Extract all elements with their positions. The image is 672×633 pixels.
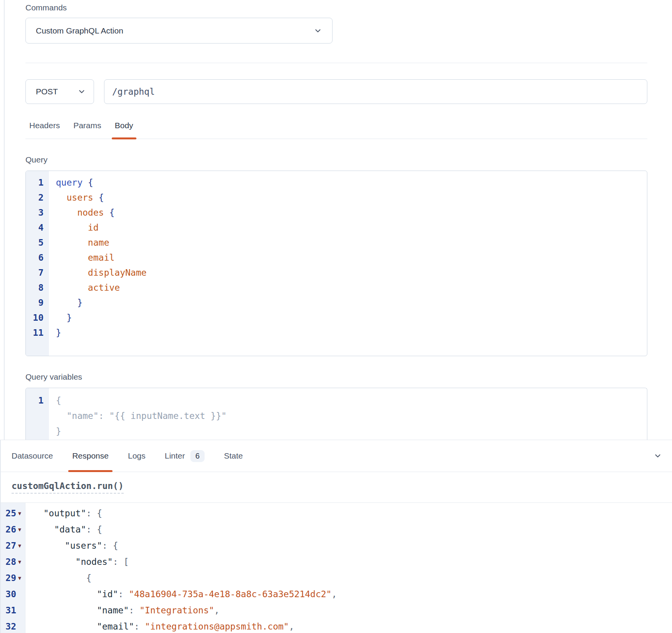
code-text: "users": {	[25, 541, 118, 551]
code-text: active	[49, 283, 120, 293]
fold-triangle-icon[interactable]: ▾	[16, 510, 23, 516]
code-text: query {	[49, 178, 93, 188]
code-line[interactable]: 3 nodes {	[26, 205, 647, 220]
tab-state[interactable]: State	[220, 440, 247, 472]
tab-label: State	[224, 451, 243, 461]
query-variables-editor[interactable]: 1{ "name": "{{ inputName.text }}"}	[25, 388, 647, 440]
code-text: id	[49, 223, 99, 233]
url-value: /graphql	[112, 87, 155, 97]
http-method-value: POST	[36, 87, 58, 96]
response-panel-tabs: Datasource Response Logs Linter 6 State	[1, 440, 672, 472]
code-text: "nodes": [	[25, 557, 129, 567]
tab-label: Datasource	[12, 451, 53, 461]
http-method-select[interactable]: POST	[25, 79, 94, 104]
code-text: "name": "Integrations",	[25, 605, 220, 615]
tab-body[interactable]: Body	[111, 116, 137, 139]
code-text: {	[49, 395, 61, 405]
code-text: }	[49, 328, 61, 338]
code-text: "output": {	[25, 508, 102, 518]
code-line[interactable]: 25▾ "output": {	[1, 505, 672, 521]
request-row: POST /graphql	[25, 79, 647, 104]
code-text: "name": "{{ inputName.text }}"	[49, 411, 227, 421]
line-number: 2	[26, 193, 49, 203]
chevron-down-icon	[77, 87, 86, 96]
line-number: 3	[26, 208, 49, 218]
code-line[interactable]: 11}	[26, 325, 647, 340]
code-line[interactable]: 1{	[26, 393, 647, 408]
line-number: 29▾	[1, 573, 25, 583]
graphql-query-editor[interactable]: 1query {2 users {3 nodes {4 id5 name6 em…	[25, 171, 647, 356]
tab-label: Linter	[165, 451, 185, 461]
query-variables-label: Query variables	[25, 372, 647, 382]
code-text: users {	[49, 193, 104, 203]
line-number: 31	[1, 605, 25, 615]
run-expression-row: customGqlAction.run()	[1, 472, 672, 503]
code-line[interactable]: "name": "{{ inputName.text }}"	[26, 408, 647, 424]
code-text: email	[49, 253, 114, 263]
code-text: }	[49, 426, 61, 436]
tab-datasource[interactable]: Datasource	[8, 440, 57, 472]
code-line[interactable]: 5 name	[26, 235, 647, 250]
response-json-viewer[interactable]: 25▾ "output": {26▾ "data": {27▾ "users":…	[1, 503, 672, 633]
tab-logs[interactable]: Logs	[124, 440, 150, 472]
code-line[interactable]: 8 active	[26, 280, 647, 295]
code-line[interactable]: 6 email	[26, 250, 647, 265]
tab-headers[interactable]: Headers	[25, 116, 64, 139]
commands-selected-value: Custom GraphQL Action	[36, 26, 123, 35]
code-line[interactable]: 30 "id": "48a16904-735a-4e18-8a8c-63a3e5…	[1, 586, 672, 602]
code-text: }	[49, 313, 72, 323]
code-text: name	[49, 238, 109, 248]
api-editor-page: Commands Custom GraphQL Action POST /gra…	[0, 0, 672, 633]
code-text: "id": "48a16904-735a-4e18-8a8c-63a3e5214…	[25, 589, 337, 599]
code-line[interactable]: 26▾ "data": {	[1, 521, 672, 538]
code-line[interactable]: 10 }	[26, 310, 647, 325]
line-number: 5	[26, 238, 49, 248]
code-line[interactable]: 7 displayName	[26, 265, 647, 280]
line-number: 6	[26, 253, 49, 263]
line-number: 1	[26, 395, 49, 405]
request-tabs: Headers Params Body	[25, 116, 647, 139]
tab-params[interactable]: Params	[69, 116, 105, 139]
code-line[interactable]: 9 }	[26, 295, 647, 310]
code-line[interactable]: 1query {	[26, 175, 647, 190]
line-number: 30	[1, 589, 25, 599]
fold-triangle-icon[interactable]: ▾	[16, 526, 23, 533]
collapse-panel-button[interactable]	[654, 452, 662, 460]
tab-linter[interactable]: Linter 6	[161, 440, 209, 472]
code-text: nodes {	[49, 208, 114, 218]
commands-label: Commands	[25, 3, 647, 12]
code-line[interactable]: 32 "email": "integrations@appsmith.com",	[1, 618, 672, 633]
code-line[interactable]: 28▾ "nodes": [	[1, 554, 672, 570]
chevron-down-icon	[654, 452, 662, 460]
line-number: 8	[26, 283, 49, 293]
line-number: 10	[26, 313, 49, 323]
code-line[interactable]: }	[26, 424, 647, 439]
url-input[interactable]: /graphql	[104, 79, 647, 104]
fold-triangle-icon[interactable]: ▾	[16, 543, 23, 549]
line-number: 11	[26, 328, 49, 338]
request-editor-pane: Commands Custom GraphQL Action POST /gra…	[4, 0, 672, 440]
tab-response[interactable]: Response	[68, 440, 113, 472]
chevron-down-icon	[314, 27, 322, 35]
line-number: 25▾	[1, 508, 25, 518]
line-number: 7	[26, 268, 49, 278]
code-line[interactable]: 27▾ "users": {	[1, 538, 672, 554]
response-panel: Datasource Response Logs Linter 6 State …	[0, 440, 672, 633]
code-line[interactable]: 31 "name": "Integrations",	[1, 602, 672, 618]
fold-triangle-icon[interactable]: ▾	[16, 559, 23, 565]
code-text: "data": {	[25, 524, 102, 534]
code-line[interactable]: 4 id	[26, 220, 647, 235]
line-number: 26▾	[1, 524, 25, 534]
line-number: 9	[26, 298, 49, 308]
query-label: Query	[25, 155, 647, 164]
tab-label: Response	[72, 451, 109, 461]
tab-label: Logs	[128, 451, 146, 461]
line-number: 27▾	[1, 541, 25, 551]
run-expression[interactable]: customGqlAction.run()	[12, 481, 124, 494]
code-line[interactable]: 2 users {	[26, 190, 647, 205]
fold-triangle-icon[interactable]: ▾	[16, 575, 23, 581]
code-text: "email": "integrations@appsmith.com",	[25, 621, 294, 631]
code-text: {	[25, 573, 91, 583]
commands-select[interactable]: Custom GraphQL Action	[25, 18, 333, 44]
code-line[interactable]: 29▾ {	[1, 570, 672, 586]
